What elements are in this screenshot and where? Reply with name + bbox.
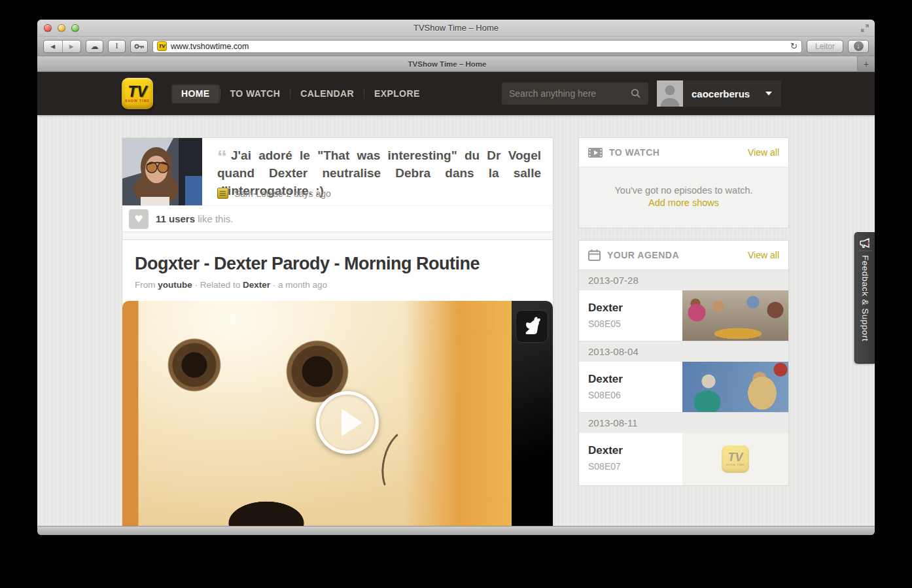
search-box [502,82,648,105]
to-watch-title: TO WATCH [609,147,659,158]
to-watch-empty-message: You've got no episodes to watch. [614,185,752,196]
browser-tab[interactable]: TVShow Time – Home [37,56,858,71]
video-source-link[interactable]: youtube [158,280,192,290]
to-watch-view-all-link[interactable]: View all [748,147,779,158]
quote-mark-icon: “ [217,146,231,167]
search-icon [631,88,641,99]
password-key-icon[interactable] [130,40,148,53]
agenda-view-all-link[interactable]: View all [748,250,779,260]
episode-thumbnail [682,362,788,412]
dog-app-icon [516,310,548,343]
back-icon[interactable]: ◀ [44,43,62,50]
like-button[interactable]: ♥ [129,209,149,229]
agenda-entry[interactable]: Dexter S08E06 [579,362,788,412]
video-meta: From youtube · Related to Dexter · a mon… [135,280,540,290]
zoom-window-button[interactable] [71,24,79,32]
likes-count: 11 users [156,213,195,224]
chevron-down-icon [765,92,772,95]
browser-window: TVShow Time – Home ◀ ▶ ☁ I TV www.tvshow… [37,20,875,535]
fullscreen-icon[interactable] [860,24,869,33]
search-input[interactable] [509,88,631,99]
play-button[interactable] [316,391,379,454]
forward-icon[interactable]: ▶ [63,43,81,50]
quote-timestamp: 2 days ago [286,188,331,199]
extension-i-icon[interactable]: I [108,40,126,53]
site-navbar: TV SHOW TIME HOME TO WATCH CALENDAR EXPL… [37,72,875,115]
to-watch-icon [588,147,603,158]
quote-author[interactable]: Sam-Louise [234,188,283,199]
agenda-date: 2013-08-11 [579,412,788,433]
minimize-window-button[interactable] [58,24,65,32]
title-bar: TVShow Time – Home [37,20,875,37]
agenda-episode: S08E07 [588,461,621,472]
reload-icon[interactable]: ↻ [790,41,798,51]
feedback-support-tab[interactable]: Feedback & Support [854,232,875,364]
video-thumbnail[interactable] [122,301,553,526]
quote-post-image [122,138,202,205]
agenda-panel: YOUR AGENDA View all 2013-07-28 Dexter S… [578,240,789,486]
history-nav-group: ◀ ▶ [43,40,81,53]
agenda-title: YOUR AGENDA [607,250,679,260]
agenda-show-name: Dexter [588,302,623,315]
tvshowtime-logo[interactable]: TV SHOW TIME [122,78,153,109]
video-post-card: Dogxter - Dexter Parody - Morning Routin… [122,239,553,526]
quote-author-row: Sam-Louise - 2 days ago [217,188,331,199]
video-timestamp: a month ago [278,280,327,290]
agenda-entry[interactable]: Dexter S08E05 [579,290,788,341]
address-bar[interactable]: TV www.tvshowtime.com ↻ [152,40,802,53]
tvshowtime-placeholder-logo: TV SHOW TIME [722,445,749,473]
add-more-shows-link[interactable]: Add more shows [579,198,788,208]
nav-item-explore[interactable]: EXPLORE [364,84,430,103]
nav-item-calendar[interactable]: CALENDAR [290,84,364,103]
like-row: ♥ 11 users like this. [122,205,553,232]
new-tab-button[interactable]: + [858,56,875,71]
episode-thumbnail-placeholder: TV SHOW TIME [682,433,788,485]
video-title: Dogxter - Dexter Parody - Morning Routin… [135,254,540,274]
agenda-entry[interactable]: Dexter S08E07 TV SHOW TIME [579,433,788,485]
browser-toolbar: ◀ ▶ ☁ I TV www.tvshowtime.com ↻ Leitor ↓ [37,37,875,56]
author-badge-icon [217,188,228,199]
episode-thumbnail [682,290,788,341]
site-favicon: TV [157,41,167,51]
reader-button[interactable]: Leitor [807,40,843,53]
user-avatar [657,80,683,107]
feedback-tab-label: Feedback & Support [860,255,870,341]
heart-icon: ♥ [134,213,143,225]
related-show-link[interactable]: Dexter [243,280,270,290]
window-title: TVShow Time – Home [37,20,875,37]
download-arrow-icon: ↓ [854,41,864,51]
likes-label: like this. [195,213,233,224]
agenda-show-name: Dexter [588,373,623,386]
calendar-icon [588,249,601,261]
agenda-date: 2013-08-04 [579,341,788,362]
user-menu[interactable]: caocerberus [657,80,781,107]
status-bar [37,526,875,535]
megaphone-icon [860,238,871,248]
nav-item-home[interactable]: HOME [171,84,220,103]
main-menu: HOME TO WATCH CALENDAR EXPLORE [171,84,430,103]
tab-bar: TVShow Time – Home + [37,56,875,72]
username: caocerberus [692,88,750,99]
nav-item-to-watch[interactable]: TO WATCH [220,84,290,103]
play-icon [342,409,362,436]
to-watch-panel: TO WATCH View all You've got no episodes… [578,137,789,228]
downloads-button[interactable]: ↓ [848,40,869,53]
video-side-panel [512,301,553,526]
agenda-date: 2013-07-28 [579,269,788,290]
agenda-episode: S08E06 [588,390,621,400]
agenda-episode: S08E05 [588,319,621,329]
url-text: www.tvshowtime.com [171,42,249,51]
page-viewport: TV SHOW TIME HOME TO WATCH CALENDAR EXPL… [37,72,875,526]
close-window-button[interactable] [44,24,52,32]
agenda-show-name: Dexter [588,444,623,457]
icloud-tabs-icon[interactable]: ☁ [86,40,103,53]
